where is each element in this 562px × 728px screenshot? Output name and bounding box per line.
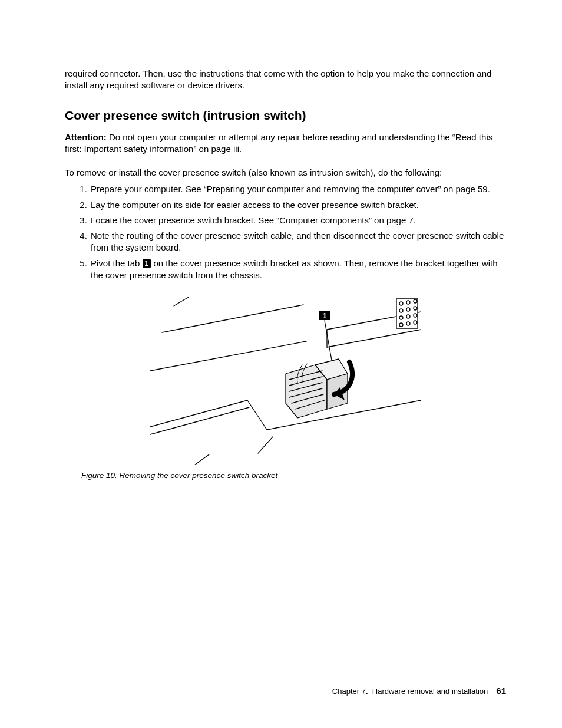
svg-marker-21 <box>286 365 327 418</box>
svg-line-2 <box>150 341 306 371</box>
attention-text: Do not open your computer or attempt any… <box>65 132 492 154</box>
footer-chapter: Chapter 7 <box>332 687 366 696</box>
figure-callout-1: 1 <box>319 311 330 320</box>
step-4: Note the routing of the cover presence s… <box>90 230 506 254</box>
footer-title: Hardware removal and installation <box>372 687 488 696</box>
step-2: Lay the computer on its side for easier … <box>90 199 506 211</box>
svg-line-1 <box>162 305 303 332</box>
step-1: Prepare your computer. See “Preparing yo… <box>90 183 506 195</box>
svg-line-20 <box>194 454 209 465</box>
step-5-text-a: Pivot the tab <box>91 258 143 268</box>
figure-illustration: 1 <box>150 288 421 465</box>
svg-line-31 <box>325 321 332 360</box>
svg-line-5 <box>327 330 421 347</box>
step-3: Locate the cover presence switch bracket… <box>90 215 506 226</box>
figure-10: 1 Figure 10. Removing the cover presence… <box>65 288 506 480</box>
intro-paragraph: required connector. Then, use the instru… <box>65 68 506 92</box>
page-footer: Chapter 7. Hardware removal and installa… <box>332 686 506 696</box>
svg-line-0 <box>174 297 189 306</box>
step-5-text-b: on the cover presence switch bracket as … <box>91 258 498 280</box>
figure-caption: Figure 10. Removing the cover presence s… <box>81 471 506 480</box>
step-5: Pivot the tab 1 on the cover presence sw… <box>90 258 506 282</box>
page-number: 61 <box>496 686 506 696</box>
section-heading: Cover presence switch (intrusion switch) <box>65 108 506 123</box>
lead-text: To remove or install the cover presence … <box>65 167 506 179</box>
svg-line-19 <box>258 437 273 453</box>
steps-list: Prepare your computer. See “Preparing yo… <box>65 183 506 281</box>
attention-label: Attention: <box>65 132 107 142</box>
svg-text:1: 1 <box>322 312 326 320</box>
callout-1-inline: 1 <box>143 259 151 268</box>
attention-paragraph: Attention: Do not open your computer or … <box>65 131 506 156</box>
